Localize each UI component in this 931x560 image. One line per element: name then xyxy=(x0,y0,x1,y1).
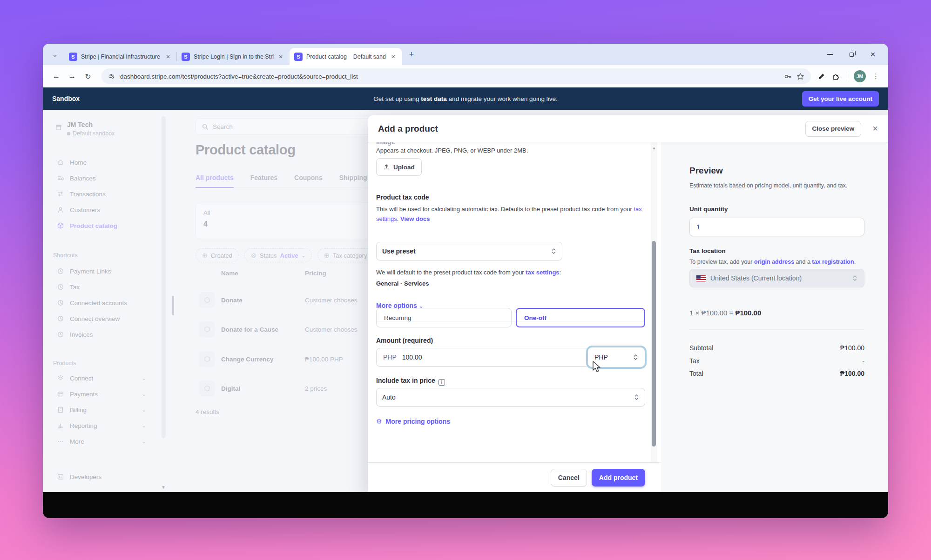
product-tax-code-label: Product tax code xyxy=(376,193,429,201)
browser-tab-1[interactable]: S Stripe | Financial Infrastructure × xyxy=(64,48,177,65)
stripe-favicon: S xyxy=(182,53,190,61)
new-tab-button[interactable]: + xyxy=(405,48,418,61)
modal-footer: Cancel Add product xyxy=(368,462,661,492)
modal-body: Image Appears at checkout. JPEG, PNG, or… xyxy=(368,142,888,492)
tax-registration-link[interactable]: tax registration xyxy=(812,259,854,265)
amount-value: 100.00 xyxy=(402,353,422,361)
select-updown-icon xyxy=(551,247,556,255)
stripe-favicon: S xyxy=(69,53,77,61)
total-value: ₱100.00 xyxy=(840,370,864,377)
tab-search-button[interactable]: ⌄ xyxy=(48,48,61,61)
desktop: { "browser": { "tabs": [ { "title": "Str… xyxy=(0,0,931,560)
include-tax-select[interactable]: Auto xyxy=(376,388,645,407)
upload-button[interactable]: Upload xyxy=(376,158,422,176)
tax-settings-link[interactable]: tax settings xyxy=(526,269,559,276)
total-label: Tax xyxy=(689,357,700,365)
one-off-toggle-button[interactable]: One-off xyxy=(516,308,645,327)
address-bar[interactable]: dashboard.stripe.com/test/products?activ… xyxy=(101,68,811,84)
reload-icon: ↻ xyxy=(85,72,91,81)
tax-code-select[interactable]: Use preset xyxy=(376,242,562,260)
toolbar-divider xyxy=(847,72,847,80)
close-preview-button[interactable]: Close preview xyxy=(805,121,862,137)
total-row: Total ₱100.00 xyxy=(689,370,864,377)
window-close-button[interactable]: × xyxy=(862,44,884,65)
scroll-up-arrow-icon[interactable]: ▲ xyxy=(652,146,656,150)
total-value: - xyxy=(862,357,864,365)
sandbox-label: Sandbox xyxy=(52,95,80,102)
browser-toolbar: ← → ↻ dashboard.stripe.com/test/products… xyxy=(43,65,888,87)
product-form: Image Appears at checkout. JPEG, PNG, or… xyxy=(368,142,661,492)
window-bottom-bar xyxy=(43,492,888,518)
total-label: Subtotal xyxy=(689,344,713,352)
chevron-down-icon: ⌄ xyxy=(53,51,58,58)
tax-location-select[interactable]: United States (Current location) xyxy=(689,269,864,287)
us-flag-icon xyxy=(696,275,706,281)
include-tax-label: Include tax in pricei xyxy=(376,377,445,386)
browser-menu-icon[interactable]: ⋮ xyxy=(872,72,880,80)
bookmark-star-icon[interactable] xyxy=(796,73,804,80)
modal-scrollbar-thumb[interactable] xyxy=(652,241,656,447)
profile-avatar[interactable]: JM xyxy=(854,70,866,82)
stripe-dashboard: JM Tech Default sandbox Home Balances Tr… xyxy=(43,110,888,492)
extensions-puzzle-icon[interactable] xyxy=(832,72,840,80)
preset-tax-code-value: General - Services xyxy=(376,279,429,289)
info-icon[interactable]: i xyxy=(439,379,445,386)
currency-prefix: PHP xyxy=(383,353,397,361)
tax-code-select-value: Use preset xyxy=(382,247,416,255)
password-key-icon[interactable] xyxy=(784,73,792,80)
browser-window: ⌄ S Stripe | Financial Infrastructure × … xyxy=(43,44,888,518)
total-label: Total xyxy=(689,370,703,377)
window-restore-button[interactable] xyxy=(841,44,862,65)
restore-icon xyxy=(850,53,854,57)
reload-button[interactable]: ↻ xyxy=(81,69,95,83)
pen-extension-icon[interactable] xyxy=(817,73,825,80)
tab-strip: ⌄ S Stripe | Financial Infrastructure × … xyxy=(43,44,888,65)
url-text[interactable]: dashboard.stripe.com/test/products?activ… xyxy=(120,73,779,80)
preview-divider xyxy=(689,329,864,330)
tab-close-icon[interactable]: × xyxy=(389,53,398,61)
tax-location-label: Tax location xyxy=(689,247,726,254)
tab-close-icon[interactable]: × xyxy=(164,53,172,61)
sandbox-banner: Sandbox Get set up using test data and m… xyxy=(43,87,888,110)
browser-tab-active[interactable]: S Product catalog – Default sandb × xyxy=(290,48,402,65)
browser-tab-2[interactable]: S Stripe Login | Sign in to the Stri × xyxy=(177,48,290,65)
forward-arrow-icon: → xyxy=(68,72,76,80)
tax-location-value: United States (Current location) xyxy=(710,274,802,282)
preview-panel: Preview Estimate totals based on pricing… xyxy=(661,142,888,492)
close-icon[interactable]: × xyxy=(872,123,878,134)
tab-close-icon[interactable]: × xyxy=(277,53,285,61)
site-info-icon[interactable] xyxy=(108,73,115,80)
recurring-toggle-button[interactable]: Recurring xyxy=(376,308,512,327)
cancel-button[interactable]: Cancel xyxy=(551,469,587,487)
tab-title: Stripe | Financial Infrastructure xyxy=(81,53,161,60)
currency-select-value: PHP xyxy=(594,353,608,361)
view-docs-link[interactable]: View docs xyxy=(400,215,430,222)
forward-button[interactable]: → xyxy=(65,69,79,83)
product-tax-code-description: This will be used for calculating automa… xyxy=(376,205,645,224)
back-button[interactable]: ← xyxy=(49,69,63,83)
image-section-label: Image xyxy=(376,142,395,146)
banner-message: Get set up using test data and migrate y… xyxy=(43,95,888,102)
unit-quantity-label: Unit quantity xyxy=(689,206,728,213)
window-controls: × xyxy=(819,44,884,65)
upload-label: Upload xyxy=(393,164,415,171)
get-live-account-button[interactable]: Get your live account xyxy=(802,91,879,107)
tax-code-default-note: We will default to the preset product ta… xyxy=(376,268,645,278)
tab-title: Stripe Login | Sign in to the Stri xyxy=(194,53,274,60)
back-arrow-icon: ← xyxy=(53,72,60,80)
select-updown-icon xyxy=(633,353,638,361)
window-minimize-button[interactable] xyxy=(819,44,841,65)
modal-header: Add a product Close preview × xyxy=(368,115,888,142)
select-updown-icon xyxy=(634,393,639,401)
subtotal-row: Subtotal ₱100.00 xyxy=(689,344,864,352)
add-product-button[interactable]: Add product xyxy=(592,469,645,487)
stripe-favicon: S xyxy=(294,53,303,61)
preview-description: Estimate totals based on pricing model, … xyxy=(689,182,848,189)
more-pricing-options-link[interactable]: ⚙ More pricing options xyxy=(376,418,450,425)
preview-heading: Preview xyxy=(689,166,723,176)
unit-quantity-value: 1 xyxy=(696,223,700,231)
tab-title: Product catalog – Default sandb xyxy=(306,53,386,60)
add-product-modal: Add a product Close preview × Image Appe… xyxy=(368,115,888,492)
origin-address-link[interactable]: origin address xyxy=(754,259,794,265)
unit-quantity-input[interactable]: 1 xyxy=(689,218,864,236)
